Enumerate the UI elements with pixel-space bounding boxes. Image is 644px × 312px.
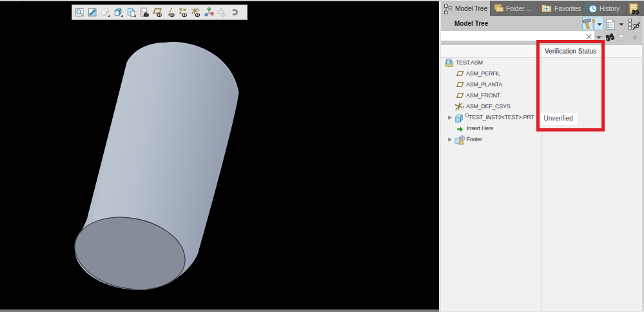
svg-text:x: x (198, 8, 200, 12)
svg-text:x: x (463, 104, 465, 108)
svg-text:y: y (455, 102, 456, 106)
